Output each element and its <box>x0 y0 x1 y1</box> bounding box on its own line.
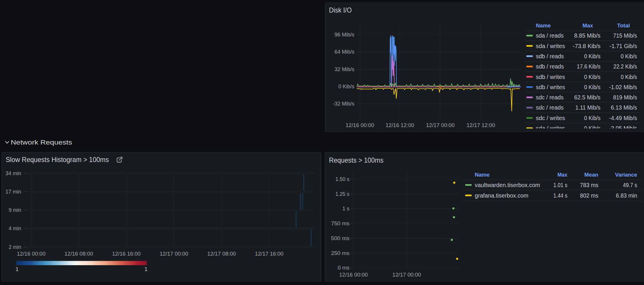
svg-text:0 Kib/s: 0 Kib/s <box>584 53 601 59</box>
svg-text:0 Kib/s: 0 Kib/s <box>338 84 354 89</box>
svg-text:6.83 min: 6.83 min <box>616 192 637 199</box>
svg-text:Requests > 100ms: Requests > 100ms <box>329 156 383 164</box>
svg-text:-32 Mib/s: -32 Mib/s <box>333 101 354 107</box>
svg-text:sdc / reads: sdc / reads <box>536 104 564 111</box>
svg-text:sdc / reads: sdc / reads <box>536 94 564 101</box>
svg-text:-1.71 Gib/s: -1.71 Gib/s <box>610 43 637 49</box>
svg-text:32 Mib/s: 32 Mib/s <box>335 66 354 72</box>
svg-text:0 Kib/s: 0 Kib/s <box>621 74 637 80</box>
svg-text:12/17 12:00: 12/17 12:00 <box>467 122 495 128</box>
svg-text:12/17 08:00: 12/17 08:00 <box>207 251 236 257</box>
svg-text:1: 1 <box>145 266 147 272</box>
svg-text:4 min: 4 min <box>9 226 21 231</box>
svg-text:34 min: 34 min <box>6 170 21 176</box>
svg-text:Mean: Mean <box>584 172 598 178</box>
svg-text:0 Kib/s: 0 Kib/s <box>621 53 637 59</box>
svg-text:-1.02 Mib/s: -1.02 Mib/s <box>609 84 637 90</box>
svg-text:17.6 Kib/s: 17.6 Kib/s <box>577 63 601 70</box>
svg-text:12/16 08:00: 12/16 08:00 <box>64 251 93 257</box>
svg-text:Disk I/O: Disk I/O <box>329 6 352 14</box>
svg-text:1.44 s: 1.44 s <box>553 192 567 199</box>
svg-text:sdb / writes: sdb / writes <box>536 84 565 90</box>
svg-text:1 s: 1 s <box>342 206 349 212</box>
svg-text:0 ms: 0 ms <box>338 265 349 271</box>
svg-text:-73.8 Kib/s: -73.8 Kib/s <box>573 43 601 49</box>
svg-text:vaultwarden.tiserbox.com: vaultwarden.tiserbox.com <box>475 182 540 188</box>
svg-text:12/16 00:00: 12/16 00:00 <box>346 122 374 128</box>
svg-text:Total: Total <box>617 23 630 29</box>
svg-text:12/17 00:00: 12/17 00:00 <box>393 272 421 278</box>
svg-text:sda / writes: sda / writes <box>536 43 565 49</box>
svg-text:22.2 Kib/s: 22.2 Kib/s <box>613 63 637 70</box>
svg-text:1.50 s: 1.50 s <box>335 176 349 182</box>
svg-text:64 Mib/s: 64 Mib/s <box>335 49 354 55</box>
svg-text:Network Requests: Network Requests <box>11 139 72 146</box>
svg-text:6.13 Mib/s: 6.13 Mib/s <box>611 104 637 111</box>
svg-text:9 min: 9 min <box>9 207 21 213</box>
svg-text:sdc / writes: sdc / writes <box>536 115 565 121</box>
svg-text:grafana.tiserbox.com: grafana.tiserbox.com <box>475 192 528 199</box>
svg-text:1.25 s: 1.25 s <box>335 191 349 197</box>
svg-text:sda / reads: sda / reads <box>536 32 564 39</box>
svg-text:17 min: 17 min <box>6 189 21 195</box>
svg-text:Max: Max <box>557 172 567 178</box>
svg-text:1.01 s: 1.01 s <box>553 182 567 188</box>
svg-text:1.11 Mib/s: 1.11 Mib/s <box>576 104 601 111</box>
svg-text:Name: Name <box>536 23 551 29</box>
svg-text:0 Kib/s: 0 Kib/s <box>584 84 601 90</box>
svg-text:1: 1 <box>16 266 19 272</box>
svg-text:Variance: Variance <box>615 172 637 178</box>
svg-text:-4.49 Mib/s: -4.49 Mib/s <box>609 115 637 121</box>
svg-text:12/16 16:00: 12/16 16:00 <box>112 251 141 257</box>
svg-text:96 Mib/s: 96 Mib/s <box>335 32 354 38</box>
svg-text:783 ms: 783 ms <box>580 182 598 188</box>
svg-text:sdb / reads: sdb / reads <box>536 53 564 59</box>
svg-text:Name: Name <box>475 172 490 178</box>
svg-text:12/17 16:00: 12/17 16:00 <box>255 251 284 257</box>
svg-text:250 ms: 250 ms <box>331 250 349 256</box>
svg-text:49.7 s: 49.7 s <box>623 182 637 188</box>
svg-text:500 ms: 500 ms <box>331 235 349 241</box>
svg-text:12/16 00:00: 12/16 00:00 <box>339 272 368 278</box>
svg-text:12/17 00:00: 12/17 00:00 <box>160 251 188 257</box>
svg-text:62.5 Mib/s: 62.5 Mib/s <box>574 94 601 101</box>
svg-text:12/16 00:00: 12/16 00:00 <box>17 251 45 257</box>
svg-text:750 ms: 750 ms <box>331 221 349 226</box>
svg-text:0 Kib/s: 0 Kib/s <box>584 74 601 80</box>
svg-text:sdb / writes: sdb / writes <box>536 74 565 80</box>
svg-text:0 Kib/s: 0 Kib/s <box>584 115 601 121</box>
svg-text:Slow Requests Histogram > 100m: Slow Requests Histogram > 100ms <box>6 156 109 163</box>
svg-text:819 Mib/s: 819 Mib/s <box>613 94 637 101</box>
svg-text:8.85 Mib/s: 8.85 Mib/s <box>574 32 601 39</box>
svg-text:802 ms: 802 ms <box>580 192 598 199</box>
svg-text:sdb / reads: sdb / reads <box>536 63 564 70</box>
svg-text:12/17 00:00: 12/17 00:00 <box>426 122 455 128</box>
svg-text:12/16 12:00: 12/16 12:00 <box>386 122 414 128</box>
svg-text:2 min: 2 min <box>9 244 21 250</box>
svg-text:Max: Max <box>583 23 593 29</box>
svg-text:715 Mib/s: 715 Mib/s <box>613 32 637 39</box>
